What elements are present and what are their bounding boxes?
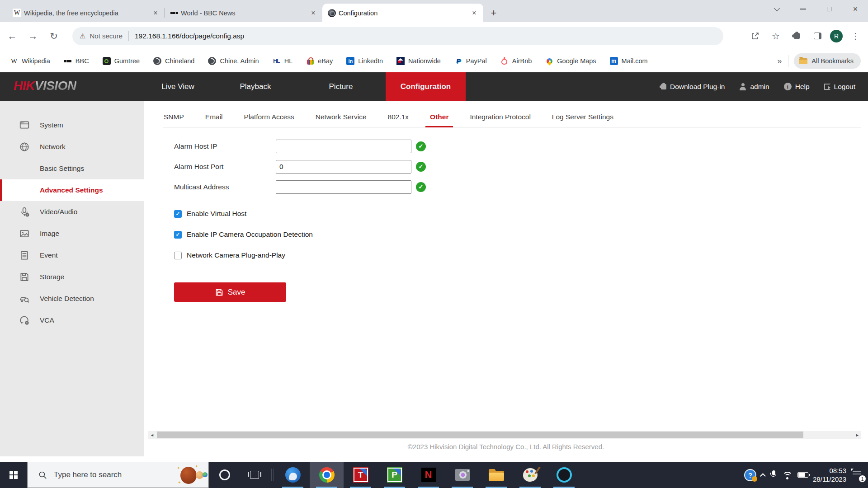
tab-email[interactable]: Email <box>204 113 224 121</box>
taskbar-clock[interactable]: 08:53 28/11/2023 <box>813 466 846 483</box>
tab-close-icon[interactable]: × <box>151 9 160 18</box>
browser-tab-wikipedia[interactable]: W Wikipedia, the free encyclopedia × <box>7 4 165 22</box>
share-icon[interactable] <box>747 28 763 44</box>
bookmark-wikipedia[interactable]: WWikipedia <box>10 57 50 65</box>
tab-integration-protocol[interactable]: Integration Protocol <box>469 113 531 121</box>
taskbar-thunderbird[interactable] <box>276 462 310 488</box>
nav-configuration[interactable]: Configuration <box>386 72 466 101</box>
bookmark-ebay[interactable]: eBay <box>306 57 333 65</box>
tab-network-service[interactable]: Network Service <box>315 113 368 121</box>
browser-tab-configuration[interactable]: Configuration × <box>322 4 483 22</box>
new-tab-button[interactable]: + <box>487 6 500 20</box>
sidebar-item-system[interactable]: System <box>0 114 144 136</box>
scroll-left-icon[interactable]: ◄ <box>148 431 156 439</box>
window-minimize-button[interactable] <box>797 3 809 15</box>
sidebar-item-video-audio[interactable]: Video/Audio <box>0 201 144 223</box>
taskbar-planmaker[interactable]: P <box>377 462 411 488</box>
taskbar-file-explorer[interactable] <box>479 462 513 488</box>
bookmark-chineland[interactable]: Chineland <box>153 57 194 65</box>
ip-camera-occupation-checkbox[interactable]: ✓ <box>174 231 182 239</box>
tray-wifi-icon[interactable] <box>782 471 793 479</box>
tab-log-server-settings[interactable]: Log Server Settings <box>551 113 614 121</box>
bookmark-hl[interactable]: HLHL <box>273 57 293 65</box>
cortana-button[interactable] <box>209 462 241 488</box>
scroll-right-icon[interactable]: ► <box>854 431 861 439</box>
tab-other[interactable]: Other <box>429 113 449 121</box>
sidebar-item-event[interactable]: Event <box>0 244 144 266</box>
bookmark-nationwide[interactable]: Nationwide <box>396 57 441 65</box>
bookmark-airbnb[interactable]: AirBnb <box>500 57 532 65</box>
horizontal-scrollbar[interactable]: ◄ ► <box>148 431 861 439</box>
url-text[interactable]: 192.168.1.166/doc/page/config.asp <box>135 32 244 40</box>
tab-snmp[interactable]: SNMP <box>163 113 185 121</box>
reload-icon[interactable]: ↻ <box>45 28 62 45</box>
tab-title: Wikipedia, the free encyclopedia <box>24 9 148 17</box>
tab-platform-access[interactable]: Platform Access <box>243 113 295 121</box>
tab-close-icon[interactable]: × <box>309 9 318 18</box>
camera-plug-and-play-checkbox[interactable] <box>174 252 182 259</box>
bookmark-label: AirBnb <box>512 57 532 65</box>
bookmark-chine-admin[interactable]: Chine. Admin <box>208 57 259 65</box>
multicast-address-input[interactable] <box>276 180 411 194</box>
taskbar-netflix[interactable]: N <box>411 462 445 488</box>
not-secure-warning-icon[interactable]: ⚠ <box>80 32 85 40</box>
forward-icon[interactable]: → <box>24 28 42 45</box>
sidebar-item-basic-settings[interactable]: Basic Settings <box>0 158 144 179</box>
logo-vision: VISION <box>35 79 76 93</box>
start-button[interactable] <box>0 462 27 488</box>
taskbar-textmaker[interactable]: T <box>344 462 377 488</box>
taskbar-chrome[interactable] <box>310 462 344 488</box>
bookmark-mail-com[interactable]: mMail.com <box>610 57 648 65</box>
alarm-host-port-input[interactable] <box>276 160 411 174</box>
sidebar-item-storage[interactable]: Storage <box>0 266 144 288</box>
sidebar-item-vca[interactable]: VCA <box>0 310 144 331</box>
download-plugin-button[interactable]: Download Plug-in <box>661 83 725 91</box>
tab-802-1x[interactable]: 802.1x <box>387 113 410 121</box>
bookmark-paypal[interactable]: PPayPal <box>454 57 487 65</box>
task-view-button[interactable] <box>241 462 269 488</box>
sidebar-item-vehicle-detection[interactable]: Vehicle Detection <box>0 288 144 310</box>
tab-close-icon[interactable]: × <box>470 9 479 18</box>
enable-virtual-host-checkbox[interactable]: ✓ <box>174 210 182 218</box>
tray-help-icon[interactable]: ? <box>744 469 756 481</box>
bookmarks-overflow-chevron[interactable]: » <box>777 56 782 66</box>
extensions-icon[interactable] <box>788 28 805 44</box>
profile-avatar[interactable]: R <box>830 30 843 42</box>
browser-menu-icon[interactable]: ⋮ <box>847 28 863 44</box>
side-panel-icon[interactable] <box>809 28 826 44</box>
tray-battery-icon[interactable] <box>797 472 808 478</box>
bookmark-google-maps[interactable]: Google Maps <box>545 57 596 65</box>
tray-chevron-up-icon[interactable] <box>761 472 765 478</box>
scrollbar-thumb[interactable] <box>157 432 803 438</box>
user-menu[interactable]: admin <box>739 83 769 91</box>
taskbar-search-box[interactable]: Type here to search ✦✦✦ <box>27 462 209 488</box>
nav-live-view[interactable]: Live View <box>141 72 215 101</box>
window-restore-button[interactable] <box>823 3 835 15</box>
taskbar-alexa[interactable] <box>547 462 581 488</box>
taskbar-paint[interactable] <box>513 462 547 488</box>
logout-button[interactable]: Logout <box>824 83 855 91</box>
nav-picture[interactable]: Picture <box>296 72 386 101</box>
bookmark-star-icon[interactable]: ☆ <box>768 28 784 44</box>
nav-playback[interactable]: Playback <box>215 72 296 101</box>
back-icon[interactable]: ← <box>4 28 21 45</box>
address-bar[interactable]: ⚠ Not secure 192.168.1.166/doc/page/conf… <box>72 27 723 45</box>
bookmark-linkedin[interactable]: inLinkedIn <box>346 57 383 65</box>
bookmark-bbc[interactable]: BBC <box>64 57 89 65</box>
help-button[interactable]: iHelp <box>784 83 810 91</box>
bookmark-gumtree[interactable]: Gumtree <box>103 57 140 65</box>
scrollbar-track[interactable] <box>156 431 854 439</box>
alarm-host-ip-input[interactable] <box>276 140 411 153</box>
browser-tab-bbc[interactable]: World - BBC News × <box>165 4 322 22</box>
tray-microphone-icon[interactable] <box>769 470 778 479</box>
browser-chevron-down-icon[interactable] <box>770 3 783 15</box>
planmaker-icon: P <box>387 468 402 482</box>
save-button[interactable]: Save <box>174 282 286 302</box>
window-close-button[interactable]: × <box>849 3 862 15</box>
sidebar-item-advanced-settings[interactable]: Advanced Settings <box>0 179 144 201</box>
sidebar-item-network[interactable]: Network <box>0 136 144 158</box>
notification-center-button[interactable]: 1 <box>851 469 864 481</box>
sidebar-item-image[interactable]: Image <box>0 223 144 244</box>
taskbar-camera[interactable] <box>445 462 479 488</box>
all-bookmarks-button[interactable]: All Bookmarks <box>794 53 861 69</box>
